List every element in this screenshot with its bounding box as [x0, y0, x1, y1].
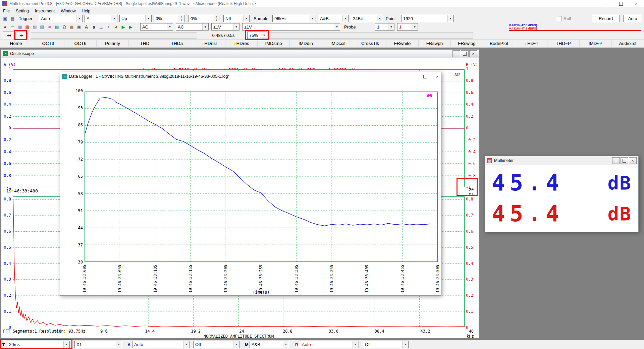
- minimize-button[interactable]: —: [410, 74, 415, 79]
- tab[interactable]: Polarity: [97, 39, 129, 48]
- record-icon[interactable]: ●: [2, 24, 8, 30]
- probe-a-select[interactable]: 1▼: [375, 23, 394, 31]
- spin-up-icon[interactable]: ▲: [214, 15, 219, 18]
- device-test-plan-icon[interactable]: ▧: [54, 24, 60, 30]
- restore-button[interactable]: [461, 50, 469, 57]
- data-logger-titlebar[interactable]: ≈ Data Logger : 1 - C:\VIRTINS Multi-Ins…: [60, 72, 441, 81]
- trigger-level-stepper[interactable]: 0% ▲▼: [154, 15, 184, 22]
- spectrum-analyzer-icon[interactable]: ▥: [17, 24, 23, 30]
- font-decrease-icon[interactable]: a: [91, 24, 97, 30]
- menu-item[interactable]: Instrument: [32, 9, 58, 13]
- tab[interactable]: CrossTlk: [354, 39, 386, 48]
- tab[interactable]: THD~f: [515, 39, 547, 48]
- math-channel-select[interactable]: A&B▼: [250, 341, 289, 348]
- probe-b-select[interactable]: 1▼: [397, 23, 418, 31]
- menu-item[interactable]: Window: [58, 9, 78, 13]
- menu-item[interactable]: File: [0, 9, 13, 13]
- tab[interactable]: IMDccif: [322, 39, 354, 48]
- signal-generator-icon[interactable]: ≈: [46, 24, 53, 30]
- axis-tick-label: 0: [466, 126, 479, 130]
- tab[interactable]: AudioTst: [612, 39, 644, 48]
- axis-tick-label: -0.4: [1, 150, 11, 154]
- ground-icon[interactable]: ⊥: [98, 24, 104, 30]
- bit-depth-select[interactable]: 24Bit▼: [351, 15, 383, 22]
- tab[interactable]: THDnsl: [193, 39, 225, 48]
- app-minimize-button[interactable]: —: [598, 0, 613, 7]
- math-channel-label: M: [245, 341, 249, 348]
- tab[interactable]: IMD~P: [580, 39, 612, 48]
- tab[interactable]: FRswlog: [451, 39, 483, 48]
- channel-a-filter-select[interactable]: Off▼: [193, 341, 239, 348]
- maximize-button[interactable]: [621, 157, 628, 164]
- rewind-button[interactable]: ◀◀: [3, 32, 15, 39]
- close-button[interactable]: ×: [629, 157, 637, 164]
- speaker-icon[interactable]: ◄: [113, 24, 119, 30]
- tab[interactable]: IMDdin: [290, 39, 322, 48]
- trigger-mode-select[interactable]: Auto▼: [39, 15, 83, 22]
- app-maximize-button[interactable]: [613, 0, 629, 7]
- tab[interactable]: FRswph: [419, 39, 451, 48]
- sampling-points-select[interactable]: 1920▼: [401, 15, 454, 22]
- menu-item[interactable]: Setting: [13, 9, 32, 13]
- minimize-button[interactable]: –: [452, 50, 460, 57]
- tab[interactable]: THD~P: [547, 39, 580, 48]
- settings-wrench-icon[interactable]: +: [105, 24, 112, 30]
- axis-tick-label: -0.2: [1, 138, 11, 142]
- multimeter-titlebar[interactable]: ▦ Multimeter – ×: [485, 156, 638, 165]
- trigger-delay-stepper[interactable]: 0% ▲▼: [189, 15, 219, 22]
- tab[interactable]: OCT3: [32, 39, 64, 48]
- lcr-meter-icon[interactable]: Ω: [61, 24, 67, 30]
- horizontal-zoom-select[interactable]: X1▼: [74, 341, 122, 348]
- trigger-hpf-select[interactable]: NIL▼: [223, 15, 250, 22]
- input-range-a-select[interactable]: ±1V▼: [211, 23, 239, 31]
- sample-rate-select[interactable]: 96kHz▼: [272, 15, 316, 22]
- chevron-down-icon: ▼: [283, 341, 289, 348]
- play-icon[interactable]: ▶: [120, 24, 126, 30]
- tab[interactable]: BodePlot: [483, 39, 515, 48]
- app-titlebar[interactable]: Multi-Instrument Pro 3.8 - [+3DP+DLG+LCR…: [0, 0, 644, 8]
- maximize-button[interactable]: [423, 75, 427, 78]
- trigger-edge-select[interactable]: Up▼: [119, 15, 152, 22]
- roll-checkbox[interactable]: Roll: [557, 14, 571, 23]
- oscilloscope-titlebar[interactable]: ~ Oscilloscope – ×: [1, 50, 479, 58]
- spin-down-icon[interactable]: ▼: [214, 18, 219, 22]
- tab[interactable]: IMDsmp: [258, 39, 290, 48]
- sampling-channels-select[interactable]: A&B▼: [318, 15, 349, 22]
- channel-b-coupling-select[interactable]: AC▼: [176, 23, 209, 31]
- record-button[interactable]: Record: [592, 15, 620, 22]
- save-icon[interactable]: ▦: [9, 15, 16, 22]
- tab[interactable]: THD: [129, 39, 161, 48]
- derived-data-point-icon[interactable]: ▩: [68, 24, 75, 30]
- tab[interactable]: OCT6: [64, 39, 97, 48]
- play-shifted-icon[interactable]: ▶: [127, 24, 134, 30]
- oscilloscope-icon[interactable]: ▭: [9, 24, 16, 30]
- tab[interactable]: THDres: [225, 39, 258, 48]
- multimeter-icon[interactable]: ▦: [24, 24, 31, 30]
- fast-forward-button[interactable]: ▶▶: [15, 32, 28, 39]
- spin-up-icon[interactable]: ▲: [179, 15, 184, 18]
- input-range-b-select[interactable]: ±1V▼: [242, 23, 340, 31]
- close-button[interactable]: ×: [469, 50, 477, 57]
- playback-speed-select[interactable]: 75%▼: [247, 32, 267, 39]
- tab[interactable]: Home: [0, 39, 32, 48]
- view-summary-icon[interactable]: ▣: [2, 15, 8, 22]
- font-increase-icon[interactable]: A: [83, 24, 90, 30]
- channel-a-coupling-select[interactable]: AC▼: [140, 23, 173, 31]
- trigger-source-select[interactable]: A▼: [85, 15, 117, 22]
- spectrum-3d-plot-icon[interactable]: ▨: [32, 24, 38, 30]
- app-close-button[interactable]: ×: [629, 0, 644, 7]
- auto-scale-button[interactable]: Auto: [623, 15, 642, 22]
- sweep-time-select[interactable]: 20ms▼: [7, 341, 70, 348]
- data-logger-icon[interactable]: ▤: [39, 24, 45, 30]
- minimize-button[interactable]: –: [612, 157, 620, 164]
- close-button[interactable]: ×: [436, 74, 438, 79]
- channel-b-range-select[interactable]: Auto▼: [300, 341, 359, 348]
- printer-icon[interactable]: ▣: [76, 24, 82, 30]
- tab[interactable]: FRwhite: [386, 39, 419, 48]
- spin-down-icon[interactable]: ▼: [179, 18, 184, 22]
- channel-a-range-select[interactable]: Auto▼: [132, 341, 190, 348]
- channel-b-filter-select[interactable]: Off▼: [363, 341, 409, 348]
- tab[interactable]: THDa: [161, 39, 193, 48]
- axis-tick-label: 0.7: [4, 213, 11, 218]
- menu-item[interactable]: Help: [79, 9, 94, 13]
